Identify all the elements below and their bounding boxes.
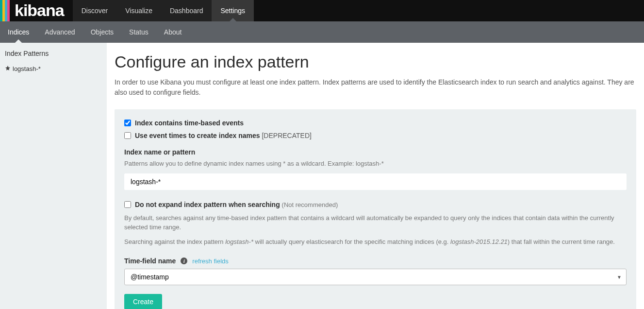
time-field-select-wrap: @timestamp ▼ <box>124 269 627 285</box>
help-search-example: Searching against the index pattern logs… <box>124 237 627 247</box>
checkbox-row-no-expand: Do not expand index pattern when searchi… <box>124 201 627 208</box>
page-intro: In order to use Kibana you must configur… <box>115 77 636 98</box>
time-field-row: Time-field name i refresh fields <box>124 257 627 265</box>
brand-logo: kibana <box>10 0 73 21</box>
index-name-label: Index name or pattern <box>124 148 627 156</box>
checkbox-row-event-times: Use event times to create index names [D… <box>124 132 627 139</box>
index-name-input[interactable] <box>124 173 627 190</box>
time-field-select[interactable]: @timestamp <box>124 269 627 285</box>
nav-discover[interactable]: Discover <box>73 0 116 21</box>
top-nav: kibana Discover Visualize Dashboard Sett… <box>0 0 644 21</box>
page-title: Configure an index pattern <box>115 52 636 71</box>
refresh-fields-link[interactable]: refresh fields <box>192 258 228 265</box>
sidebar-heading[interactable]: Index Patterns <box>0 46 107 61</box>
subnav-about[interactable]: About <box>156 21 190 43</box>
no-expand-checkbox[interactable] <box>124 201 131 208</box>
time-field-label: Time-field name <box>124 257 176 265</box>
subnav-objects[interactable]: Objects <box>83 21 121 43</box>
time-based-label: Index contains time-based events <box>135 119 244 127</box>
index-name-help: Patterns allow you to define dynamic ind… <box>124 159 627 169</box>
star-icon <box>5 65 11 72</box>
sub-nav: Indices Advanced Objects Status About <box>0 21 644 43</box>
event-times-checkbox[interactable] <box>124 132 131 139</box>
info-icon[interactable]: i <box>181 258 187 264</box>
sidebar-item-logstash[interactable]: logstash-* <box>0 61 107 76</box>
create-button[interactable]: Create <box>124 294 162 309</box>
nav-dashboard[interactable]: Dashboard <box>161 0 212 21</box>
subnav-indices[interactable]: Indices <box>0 21 37 43</box>
logo-bars <box>0 0 10 21</box>
help-default-expand: By default, searches against any time-ba… <box>124 213 627 232</box>
checkbox-row-time-based: Index contains time-based events <box>124 119 627 127</box>
sidebar: Index Patterns logstash-* <box>0 43 107 309</box>
config-form: Index contains time-based events Use eve… <box>115 109 636 309</box>
event-times-label: Use event times to create index names [D… <box>135 132 312 139</box>
no-expand-label: Do not expand index pattern when searchi… <box>135 201 338 208</box>
sidebar-item-label: logstash-* <box>13 65 41 72</box>
subnav-status[interactable]: Status <box>121 21 156 43</box>
content: Configure an index pattern In order to u… <box>107 43 644 309</box>
nav-settings[interactable]: Settings <box>212 0 254 21</box>
top-nav-links: Discover Visualize Dashboard Settings <box>73 0 254 21</box>
nav-visualize[interactable]: Visualize <box>116 0 161 21</box>
time-based-checkbox[interactable] <box>124 120 131 126</box>
subnav-advanced[interactable]: Advanced <box>37 21 83 43</box>
